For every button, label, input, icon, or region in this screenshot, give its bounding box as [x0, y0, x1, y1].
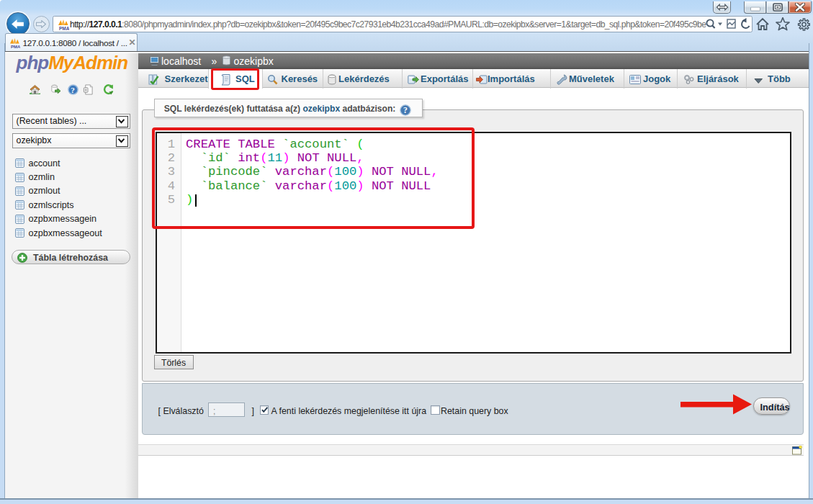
svg-text:?: ?: [403, 106, 408, 115]
svg-text:PMA: PMA: [59, 26, 69, 31]
svg-text:PMA: PMA: [10, 44, 19, 48]
svg-text:?: ?: [71, 86, 75, 94]
